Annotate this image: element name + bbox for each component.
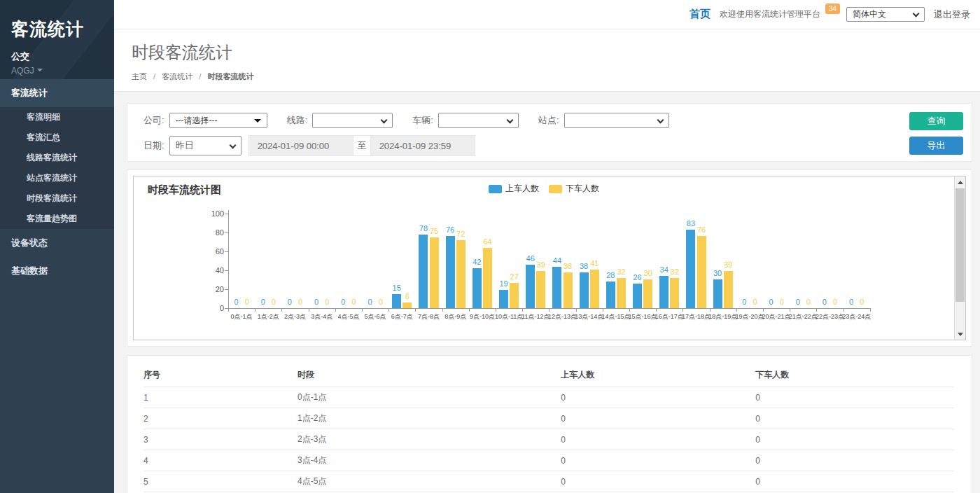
alighting-bar[interactable] [536,271,545,308]
alighting-bar[interactable] [724,271,733,308]
alighting-bar[interactable] [590,270,599,308]
scroll-down-icon[interactable] [955,328,966,340]
boarding-bar[interactable] [552,267,561,308]
alighting-bar[interactable] [430,237,439,308]
x-axis-label: 14点-15点 [601,312,630,321]
table-cell: 4 [144,450,298,471]
station-select[interactable] [564,113,669,128]
language-select[interactable]: 简体中文 [846,7,925,22]
sidebar-subitem-0-2[interactable]: 线路客流统计 [0,148,114,168]
table-cell: 3 [144,429,298,450]
x-tick-mark [442,308,443,312]
sidebar-subitem-0-4[interactable]: 时段客流统计 [0,188,114,209]
bar-value-label: 0 [245,298,249,306]
y-tick-label: 100 [204,209,224,218]
boarding-bar[interactable] [499,290,508,308]
x-axis-label: 22点-23点 [816,312,844,321]
chevron-down-icon [657,117,664,124]
user-name: AQGJ [11,66,34,76]
alighting-bar[interactable] [510,283,519,308]
bar-value-label: 0 [314,298,318,306]
sidebar-subitem-0-0[interactable]: 客流明细 [0,107,114,127]
line-select[interactable] [312,113,393,128]
bar-value-label: 0 [298,298,302,306]
boarding-bar[interactable] [472,268,482,308]
sidebar-subitem-0-5[interactable]: 客流量趋势图 [0,209,114,229]
alighting-bar[interactable] [670,278,679,308]
breadcrumb-separator: / [153,72,155,81]
date-end-input[interactable]: 2024-01-09 23:59 [371,136,475,155]
x-tick-mark [844,308,844,312]
x-axis-label: 0点-1点 [231,312,253,321]
bar-value-label: 32 [671,268,679,276]
chart-scrollbar[interactable] [954,176,965,340]
boarding-bar[interactable] [606,282,615,308]
boarding-bar[interactable] [633,284,642,308]
x-tick-mark [469,308,470,312]
vehicle-select[interactable] [438,113,519,128]
chevron-down-icon [229,142,236,149]
boarding-bar[interactable] [446,236,455,308]
home-link[interactable]: 首页 [690,8,710,21]
export-button[interactable]: 导出 [909,137,963,155]
bar-value-label: 0 [833,298,837,306]
x-tick-mark [522,308,523,312]
x-axis-label: 3点-4点 [311,312,332,321]
logout-link[interactable]: 退出登录 [934,8,970,21]
alighting-bar[interactable] [456,240,465,308]
x-axis-label: 4点-5点 [337,312,359,321]
sidebar-item-1[interactable]: 设备状态 [0,229,114,257]
sidebar-subitem-0-1[interactable]: 客流汇总 [0,127,114,148]
x-tick-mark [603,308,603,312]
notification-badge[interactable]: 34 [825,4,840,14]
company-select[interactable]: ---请选择--- [169,113,267,128]
bar-chart: 020406080100000点-1点001点-2点002点-3点003点-4点… [134,176,954,340]
alighting-bar[interactable] [483,248,492,308]
x-axis-label: 12点-13点 [548,312,577,321]
alighting-bar[interactable] [617,278,626,308]
bar-value-label: 0 [822,298,827,306]
alighting-bar[interactable] [402,303,412,308]
query-button[interactable]: 查询 [909,112,963,130]
sidebar-submenu-0: 客流明细客流汇总线路客流统计站点客流统计时段客流统计客流量趋势图 [0,107,114,229]
boarding-bar[interactable] [526,265,535,308]
bar-value-label: 0 [272,298,276,306]
bar-value-label: 75 [430,227,438,235]
sidebar-subitem-0-3[interactable]: 站点客流统计 [0,168,114,188]
x-tick-mark [281,308,282,312]
alighting-bar[interactable] [643,279,652,308]
y-tick-mark [225,232,228,233]
table-cell: 0 [755,450,954,471]
boarding-bar[interactable] [392,294,401,308]
page-heading: 时段客流统计 主页 / 客流统计 / 时段客流统计 [114,29,980,92]
sidebar: 客流统计 公交 AQGJ 客流统计客流明细客流汇总线路客流统计站点客流统计时段客… [0,0,114,493]
date-start-input[interactable]: 2024-01-09 00:00 [249,136,353,155]
alighting-bar[interactable] [697,236,706,308]
sidebar-item-0[interactable]: 客流统计 [0,79,114,107]
x-tick-mark [496,308,496,312]
alighting-bar[interactable] [564,272,573,308]
x-axis-label: 16点-17点 [655,312,684,321]
bar-value-label: 0 [860,298,864,306]
x-axis-label: 2点-3点 [284,312,306,321]
breadcrumb-home[interactable]: 主页 [132,72,147,81]
boarding-bar[interactable] [659,276,668,308]
boarding-bar[interactable] [713,279,722,308]
date-label: 日期: [144,139,164,152]
x-axis-label: 9点-10点 [470,312,495,321]
table-cell: 0 [755,387,954,408]
table-header-row: 序号时段上车人数下车人数 [144,363,954,387]
breadcrumb-section[interactable]: 客流统计 [162,72,192,81]
user-menu[interactable]: AQGJ [11,66,103,76]
scroll-up-icon[interactable] [955,176,966,188]
chevron-down-icon [913,11,920,18]
date-preset-select[interactable]: 昨日 [169,136,241,155]
bar-value-label: 76 [697,225,706,234]
boarding-bar[interactable] [580,272,589,308]
scrollbar-thumb[interactable] [955,188,965,302]
sidebar-item-2[interactable]: 基础数据 [0,257,114,285]
boarding-bar[interactable] [419,235,428,308]
bar-value-label: 0 [806,298,811,306]
table-cell: 0点-1点 [298,387,561,408]
boarding-bar[interactable] [686,230,695,308]
